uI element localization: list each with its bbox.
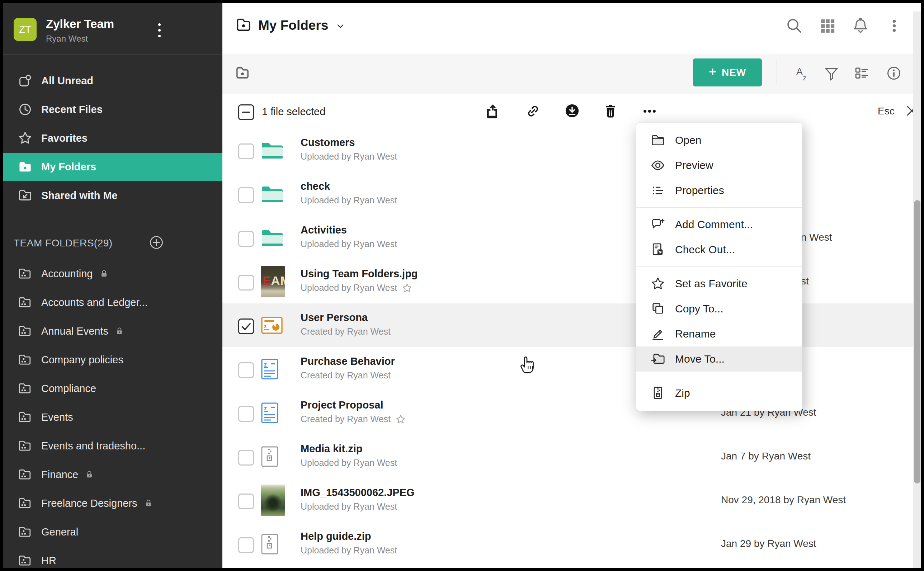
menu-item-label: Rename [675,328,716,340]
svg-text:z: z [803,74,806,81]
search-icon[interactable] [785,18,802,34]
folder-icon [235,65,250,80]
file-name: User Persona [301,312,368,324]
sidebar-item-favorites[interactable]: Favorites [3,124,222,152]
properties-icon [651,183,665,198]
menu-item-properties[interactable]: Properties [636,178,802,203]
menu-item-check-out[interactable]: Check Out... [636,237,802,262]
file-row-customers[interactable]: CustomersUploaded by Ryan West [222,128,921,173]
document-file-icon: z [261,359,278,380]
menu-item-set-as-favorite[interactable]: Set as Favorite [636,271,802,296]
image-thumbnail [261,485,285,516]
team-folder-hr[interactable]: HR [3,546,222,568]
team-folder-icon [18,496,32,510]
team-folder-events-and-tradesho-[interactable]: Events and tradesho... [3,432,222,460]
share-icon[interactable] [484,103,500,119]
file-row-img-1543500062-jpeg[interactable]: IMG_1543500062.JPEGUploaded by Ryan West… [222,478,921,523]
row-checkbox[interactable] [238,275,254,290]
menu-item-preview[interactable]: Preview [636,153,802,178]
add-team-folder-button[interactable] [148,235,164,250]
more-actions-icon[interactable] [642,103,657,119]
team-folder-finance[interactable]: Finance [3,460,222,489]
menu-item-label: Preview [675,159,713,171]
row-checkbox[interactable] [238,494,254,509]
team-avatar[interactable]: ZT [14,18,37,41]
team-menu-kebab-icon[interactable] [151,19,167,42]
page-title[interactable]: My Folders [258,18,328,33]
row-checkbox[interactable] [238,406,254,422]
file-row-purchase-behavior[interactable]: zPurchase BehaviorCreated by Ryan West [222,347,921,391]
favorite-star-icon[interactable] [396,414,406,424]
file-row-media-kit-zip[interactable]: Media kit.zipUploaded by Ryan WestJan 7 … [222,435,921,479]
new-button[interactable]: + NEW [693,59,762,86]
file-subtitle: Uploaded by Ryan West [301,195,397,205]
team-folder-compliance[interactable]: Compliance [3,374,222,403]
row-checkbox[interactable] [238,450,254,466]
menu-item-open[interactable]: Open [636,128,802,153]
page-header: My Folders [222,3,921,54]
team-folder-freelance-designers[interactable]: Freelance Designers [3,489,222,517]
row-checkbox[interactable] [238,318,254,334]
notifications-bell-icon[interactable] [852,17,869,34]
team-folder-accounting[interactable]: Accounting [3,259,222,288]
row-checkbox[interactable] [238,231,254,247]
team-folder-general[interactable]: General [3,517,222,546]
sidebar-item-shared-with-me[interactable]: Shared with Me [3,182,222,210]
copy-link-icon[interactable] [526,103,541,119]
sidebar-item-my-folders[interactable]: My Folders [3,153,222,181]
sidebar-item-recent-files[interactable]: Recent Files [3,96,222,123]
menu-item-add-comment[interactable]: Add Comment... [636,212,802,237]
file-modified-date: Jan 7 by Ryan West [721,451,811,462]
filter-funnel-icon[interactable] [824,65,839,81]
scrollbar-thumb[interactable] [914,200,921,483]
menu-item-label: Open [675,134,701,146]
row-checkbox[interactable] [238,187,254,203]
team-folder-events[interactable]: Events [3,403,222,432]
file-row-activities[interactable]: ActivitiesUploaded by Ryan Westn West [222,216,921,260]
team-folder-company-policies[interactable]: Company policies [3,346,222,374]
plus-icon: + [709,65,717,79]
file-row-user-persona[interactable]: zUser PersonaCreated by Ryan West [222,303,921,347]
file-modified-date: Jan 29 by Ryan West [721,538,816,549]
scrollbar-track[interactable] [913,11,921,568]
favorite-star-icon[interactable] [402,283,412,293]
svg-text:A: A [796,66,803,77]
delete-trash-icon[interactable] [603,103,618,118]
row-checkbox[interactable] [238,362,254,378]
menu-divider [636,267,802,267]
list-view-icon[interactable] [854,65,870,81]
sidebar-item-label: My Folders [41,161,96,173]
file-row-project-proposal[interactable]: zProject ProposalCreated by Ryan WestJan… [222,391,921,435]
file-row-check[interactable]: checkUploaded by Ryan West [222,172,921,216]
open-folder-icon [651,133,665,147]
menu-item-copy-to[interactable]: Copy To... [636,296,802,321]
apps-grid-icon[interactable] [819,18,836,34]
chevron-down-icon[interactable] [336,22,345,31]
svg-text:z: z [264,361,267,367]
sidebar-item-all-unread[interactable]: All Unread [3,67,222,95]
menu-item-rename[interactable]: Rename [636,321,802,346]
menu-item-label: Move To... [675,353,725,365]
row-checkbox[interactable] [238,144,254,159]
file-name: Project Proposal [301,399,383,411]
file-row-help-guide-zip[interactable]: Help guide.zipUploaded by Ryan WestJan 2… [222,522,921,566]
team-folder-annual-events[interactable]: Annual Events [3,317,222,346]
team-folder-accounts-and-ledger-[interactable]: Accounts and Ledger... [3,288,222,317]
sort-az-icon[interactable]: Az [794,65,810,81]
workdrive-app: ZT Zylker Team Ryan West All UnreadRecen… [3,3,921,568]
selection-bar: 1 file selected Esc [222,94,921,130]
menu-item-move-to[interactable]: Move To... [636,346,802,372]
clock-icon [18,102,32,117]
select-all-checkbox[interactable] [238,104,254,120]
team-folder-icon [18,554,32,568]
shared-folder-icon [18,188,32,203]
info-icon[interactable] [886,65,902,81]
file-row-using-team-folders-jpg[interactable]: EAMUsing Team Folders.jpgUploaded by Rya… [222,260,921,304]
row-checkbox[interactable] [238,537,254,553]
menu-item-zip[interactable]: Zip [636,381,802,406]
move-folder-icon [651,352,665,366]
file-name: Purchase Behavior [301,355,395,367]
more-options-kebab-icon[interactable] [886,18,902,34]
folder-filled-icon [18,160,32,174]
download-icon[interactable] [565,103,580,118]
